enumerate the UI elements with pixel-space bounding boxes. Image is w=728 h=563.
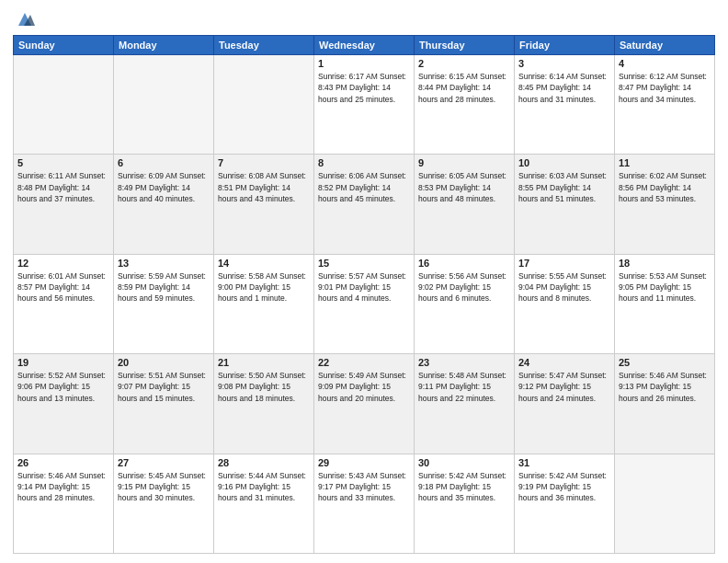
col-header-tuesday: Tuesday (214, 36, 314, 55)
day-cell: 15Sunrise: 5:57 AM Sunset: 9:01 PM Dayli… (314, 254, 415, 353)
day-number: 12 (17, 258, 109, 269)
day-cell: 23Sunrise: 5:48 AM Sunset: 9:11 PM Dayli… (415, 354, 515, 454)
day-info: Sunrise: 5:46 AM Sunset: 9:13 PM Dayligh… (619, 370, 711, 404)
col-header-saturday: Saturday (615, 36, 715, 55)
day-info: Sunrise: 5:50 AM Sunset: 9:08 PM Dayligh… (218, 370, 310, 404)
col-header-sunday: Sunday (14, 36, 114, 55)
day-info: Sunrise: 6:08 AM Sunset: 8:51 PM Dayligh… (218, 170, 310, 204)
day-info: Sunrise: 6:05 AM Sunset: 8:53 PM Dayligh… (418, 170, 510, 204)
day-cell: 2Sunrise: 6:15 AM Sunset: 8:44 PM Daylig… (415, 55, 515, 155)
day-info: Sunrise: 5:42 AM Sunset: 9:18 PM Dayligh… (418, 470, 510, 504)
day-number: 4 (619, 58, 711, 69)
day-number: 3 (518, 58, 610, 69)
day-cell: 20Sunrise: 5:51 AM Sunset: 9:07 PM Dayli… (114, 354, 214, 454)
day-number: 21 (218, 357, 310, 368)
day-info: Sunrise: 5:55 AM Sunset: 9:04 PM Dayligh… (518, 270, 610, 304)
calendar-table: SundayMondayTuesdayWednesdayThursdayFrid… (13, 35, 715, 554)
day-cell: 7Sunrise: 6:08 AM Sunset: 8:51 PM Daylig… (214, 155, 314, 254)
day-cell: 5Sunrise: 6:11 AM Sunset: 8:48 PM Daylig… (14, 155, 114, 254)
day-info: Sunrise: 5:42 AM Sunset: 9:19 PM Dayligh… (518, 470, 610, 504)
week-row-4: 19Sunrise: 5:52 AM Sunset: 9:06 PM Dayli… (14, 354, 715, 454)
day-cell: 12Sunrise: 6:01 AM Sunset: 8:57 PM Dayli… (14, 254, 114, 353)
day-info: Sunrise: 6:12 AM Sunset: 8:47 PM Dayligh… (619, 71, 711, 105)
day-number: 15 (318, 258, 410, 269)
day-cell: 11Sunrise: 6:02 AM Sunset: 8:56 PM Dayli… (615, 155, 715, 254)
day-info: Sunrise: 5:58 AM Sunset: 9:00 PM Dayligh… (218, 270, 310, 304)
day-info: Sunrise: 6:14 AM Sunset: 8:45 PM Dayligh… (518, 71, 610, 105)
day-number: 27 (118, 457, 210, 468)
day-cell (114, 55, 214, 155)
day-cell: 6Sunrise: 6:09 AM Sunset: 8:49 PM Daylig… (114, 155, 214, 254)
day-cell: 24Sunrise: 5:47 AM Sunset: 9:12 PM Dayli… (515, 354, 615, 454)
day-cell: 14Sunrise: 5:58 AM Sunset: 9:00 PM Dayli… (214, 254, 314, 353)
day-number: 8 (318, 157, 410, 168)
day-cell: 28Sunrise: 5:44 AM Sunset: 9:16 PM Dayli… (214, 454, 314, 553)
header (13, 9, 715, 29)
day-number: 26 (17, 457, 109, 468)
day-cell: 10Sunrise: 6:03 AM Sunset: 8:55 PM Dayli… (515, 155, 615, 254)
day-info: Sunrise: 6:17 AM Sunset: 8:43 PM Dayligh… (318, 71, 410, 105)
day-number: 20 (118, 357, 210, 368)
day-cell: 13Sunrise: 5:59 AM Sunset: 8:59 PM Dayli… (114, 254, 214, 353)
day-cell (214, 55, 314, 155)
day-number: 16 (418, 258, 510, 269)
day-info: Sunrise: 5:59 AM Sunset: 8:59 PM Dayligh… (118, 270, 210, 304)
day-number: 18 (619, 258, 711, 269)
day-info: Sunrise: 5:51 AM Sunset: 9:07 PM Dayligh… (118, 370, 210, 404)
day-number: 23 (418, 357, 510, 368)
day-info: Sunrise: 5:49 AM Sunset: 9:09 PM Dayligh… (318, 370, 410, 404)
day-number: 1 (318, 58, 410, 69)
logo (13, 9, 35, 29)
col-header-friday: Friday (515, 36, 615, 55)
day-info: Sunrise: 5:52 AM Sunset: 9:06 PM Dayligh… (17, 370, 109, 404)
day-info: Sunrise: 6:02 AM Sunset: 8:56 PM Dayligh… (619, 170, 711, 204)
day-number: 25 (619, 357, 711, 368)
day-number: 7 (218, 157, 310, 168)
day-info: Sunrise: 5:45 AM Sunset: 9:15 PM Dayligh… (118, 470, 210, 504)
day-info: Sunrise: 5:44 AM Sunset: 9:16 PM Dayligh… (218, 470, 310, 504)
day-cell: 22Sunrise: 5:49 AM Sunset: 9:09 PM Dayli… (314, 354, 415, 454)
day-cell: 30Sunrise: 5:42 AM Sunset: 9:18 PM Dayli… (415, 454, 515, 553)
day-cell (615, 454, 715, 553)
day-number: 13 (118, 258, 210, 269)
day-info: Sunrise: 6:09 AM Sunset: 8:49 PM Dayligh… (118, 170, 210, 204)
day-number: 11 (619, 157, 711, 168)
day-cell: 19Sunrise: 5:52 AM Sunset: 9:06 PM Dayli… (14, 354, 114, 454)
day-info: Sunrise: 5:48 AM Sunset: 9:11 PM Dayligh… (418, 370, 510, 404)
day-info: Sunrise: 5:43 AM Sunset: 9:17 PM Dayligh… (318, 470, 410, 504)
day-cell: 4Sunrise: 6:12 AM Sunset: 8:47 PM Daylig… (615, 55, 715, 155)
day-number: 31 (518, 457, 610, 468)
day-number: 30 (418, 457, 510, 468)
col-header-monday: Monday (114, 36, 214, 55)
page: SundayMondayTuesdayWednesdayThursdayFrid… (0, 0, 728, 563)
day-cell: 18Sunrise: 5:53 AM Sunset: 9:05 PM Dayli… (615, 254, 715, 353)
week-row-5: 26Sunrise: 5:46 AM Sunset: 9:14 PM Dayli… (14, 454, 715, 553)
day-info: Sunrise: 5:46 AM Sunset: 9:14 PM Dayligh… (17, 470, 109, 504)
week-row-3: 12Sunrise: 6:01 AM Sunset: 8:57 PM Dayli… (14, 254, 715, 353)
day-info: Sunrise: 5:56 AM Sunset: 9:02 PM Dayligh… (418, 270, 510, 304)
day-number: 24 (518, 357, 610, 368)
day-number: 10 (518, 157, 610, 168)
day-cell: 31Sunrise: 5:42 AM Sunset: 9:19 PM Dayli… (515, 454, 615, 553)
day-cell: 1Sunrise: 6:17 AM Sunset: 8:43 PM Daylig… (314, 55, 415, 155)
day-cell (14, 55, 114, 155)
week-row-2: 5Sunrise: 6:11 AM Sunset: 8:48 PM Daylig… (14, 155, 715, 254)
day-cell: 27Sunrise: 5:45 AM Sunset: 9:15 PM Dayli… (114, 454, 214, 553)
logo-icon (15, 9, 35, 29)
header-row: SundayMondayTuesdayWednesdayThursdayFrid… (14, 36, 715, 55)
day-cell: 29Sunrise: 5:43 AM Sunset: 9:17 PM Dayli… (314, 454, 415, 553)
day-info: Sunrise: 6:03 AM Sunset: 8:55 PM Dayligh… (518, 170, 610, 204)
day-number: 17 (518, 258, 610, 269)
col-header-wednesday: Wednesday (314, 36, 415, 55)
day-cell: 9Sunrise: 6:05 AM Sunset: 8:53 PM Daylig… (415, 155, 515, 254)
day-cell: 26Sunrise: 5:46 AM Sunset: 9:14 PM Dayli… (14, 454, 114, 553)
day-number: 6 (118, 157, 210, 168)
week-row-1: 1Sunrise: 6:17 AM Sunset: 8:43 PM Daylig… (14, 55, 715, 155)
day-info: Sunrise: 5:53 AM Sunset: 9:05 PM Dayligh… (619, 270, 711, 304)
day-info: Sunrise: 6:06 AM Sunset: 8:52 PM Dayligh… (318, 170, 410, 204)
day-cell: 3Sunrise: 6:14 AM Sunset: 8:45 PM Daylig… (515, 55, 615, 155)
day-number: 14 (218, 258, 310, 269)
day-info: Sunrise: 6:11 AM Sunset: 8:48 PM Dayligh… (17, 170, 109, 204)
day-cell: 8Sunrise: 6:06 AM Sunset: 8:52 PM Daylig… (314, 155, 415, 254)
day-number: 2 (418, 58, 510, 69)
